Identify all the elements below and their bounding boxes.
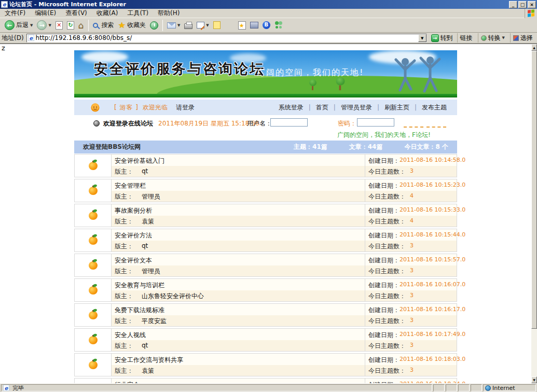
menu-item[interactable]: 帮助(H) [153,9,184,18]
orange-icon [89,311,98,319]
forum-title-link[interactable]: 安全工作交流与资料共享 [115,356,183,365]
today-topics-value: 3 [410,367,414,373]
forum-title-link[interactable]: 安全教育与培训栏 [115,281,164,290]
scroll-down-icon[interactable]: ▼ [531,376,537,383]
edit-button[interactable]: ▼ [195,21,211,29]
username-input[interactable] [270,118,308,127]
menu-item[interactable]: 编辑(E) [30,9,61,18]
forum-row: 安全评价基础入门 版主： qt 创建日期： 2011-08-16 10:14:5… [74,154,457,177]
favorites-button[interactable]: ★ 收藏夹 [116,20,148,30]
forum-title-link[interactable]: 安全管理栏 [115,181,146,190]
dashed-links[interactable] [404,125,446,128]
forum-icon-cell [75,254,112,276]
convert-button[interactable]: 转换 ▼ [478,33,507,43]
status-text: 完毕 [12,384,24,392]
scrollbar-thumb[interactable] [531,51,537,329]
select-label: 选择 [520,34,533,43]
bluetooth-button[interactable]: B [260,21,272,30]
moderator-name[interactable]: qt [142,167,148,175]
nav-link[interactable]: 刷新主页 [379,103,415,112]
maximize-button[interactable]: □ [518,1,527,8]
today-topics-label: 今日主题数： [368,217,406,226]
forum-title-link[interactable]: 免费下载法规标准 [115,306,164,315]
forum-row: 免费下载法规标准 版主： 平度安监 创建日期： 2011-08-16 10:16… [74,303,457,327]
forum-title-link[interactable]: 行业安全 [115,381,140,383]
stop-button[interactable]: ✕ [53,21,65,30]
print-button[interactable] [182,21,195,30]
messenger-button[interactable] [272,21,285,30]
toolbar: ← 后退 ▼ → ▼ ✕ ↻ ⌂ 搜索 ★ 收藏夹 ▼ ▼ B [0,18,537,33]
favorites-star-icon: ★ [118,21,126,30]
today-topics-value: 3 [410,317,414,324]
convert-dropdown-icon[interactable]: ▼ [502,36,505,40]
vertical-scrollbar[interactable]: ▲ ▼ [531,44,537,383]
forum-icon-cell [75,304,112,326]
home-button[interactable]: ⌂ [76,21,86,30]
back-dropdown-icon[interactable]: ▼ [30,23,33,27]
orange-icon [89,286,98,295]
forum-title-link[interactable]: 安全人视线 [115,331,146,340]
nav-link[interactable]: 系统登录 [273,103,309,112]
select-icon [513,35,519,41]
go-button[interactable]: → 转到 [430,34,455,43]
favorites-add-button[interactable] [236,21,248,30]
forum-row: 安全评价方法 版主： qt 创建日期： 2011-08-16 10:15:44.… [74,229,457,252]
forum-title-link[interactable]: 安全评价方法 [115,231,152,240]
today-topics-label: 今日主题数： [368,242,406,251]
forum-title-link[interactable]: 安全评价文本 [115,256,152,265]
address-url[interactable]: http://192.168.9.6:8080/bbs_s/ [36,34,418,41]
moderator-name[interactable]: 山东鲁轻安全评价中心 [142,292,204,301]
forum-title-link[interactable]: 安全评价基础入门 [115,157,164,165]
edit-dropdown-icon[interactable]: ▼ [206,23,209,27]
scroll-up-icon[interactable]: ▲ [531,44,537,51]
search-label: 搜索 [102,21,114,30]
minimize-button[interactable]: _ [509,1,517,8]
moderator-name[interactable]: qt [142,342,148,349]
close-button[interactable]: × [528,1,536,8]
forward-button[interactable]: → ▼ [35,20,53,31]
search-button[interactable]: 搜索 [91,20,116,30]
menu-item[interactable]: 文件(F) [0,9,30,18]
history-button[interactable] [148,21,160,30]
moderator-name[interactable]: qt [142,242,148,249]
moderator-name[interactable]: 平度安监 [142,317,167,326]
login-prompt-link[interactable]: 请登录 [176,103,195,112]
forum-meta-cell: 创建日期： 2011-08-16 10:15:44.0 今日主题数： 3 [365,229,457,251]
mail-dropdown-icon[interactable]: ▼ [177,23,180,27]
internet-zone-text: Internet [492,385,515,391]
nav-link[interactable]: 发布主题 [417,103,452,112]
media-button[interactable] [248,21,260,29]
refresh-button[interactable]: ↻ [65,21,76,30]
media-icon [250,22,258,29]
status-panel [458,384,470,391]
menu-item[interactable]: 查看(V) [61,9,92,18]
moderator-name[interactable]: 袁策 [142,217,154,226]
status-bar: e 完毕 Internet [0,383,537,392]
created-value: 2011-08-16 10:14:58.0 [400,157,465,163]
created-label: 创建日期： [368,281,400,290]
messenger-icon [274,21,283,29]
menu-item[interactable]: 收藏(A) [92,9,123,18]
nav-link[interactable]: 首页 [311,103,334,112]
select-button[interactable]: 选择 [510,33,535,43]
moderator-name[interactable]: 管理员 [142,267,160,276]
nav-link[interactable]: 管理员登录 [336,103,377,112]
note-button[interactable] [211,21,223,30]
forum-main-cell: 安全教育与培训栏 版主： 山东鲁轻安全评价中心 [112,279,365,301]
menu-item[interactable]: 工具(T) [122,9,153,18]
title-bar: e 论坛首页 - Microsoft Internet Explorer _ □… [0,0,537,9]
created-value: 2011-08-16 10:15:33.0 [400,206,465,213]
address-dropdown-icon[interactable]: ▼ [418,34,426,42]
forward-dropdown-icon[interactable]: ▼ [48,23,51,27]
links-button[interactable]: 链接 [457,33,475,43]
created-label: 创建日期： [368,356,400,365]
orange-icon [89,212,98,220]
back-button[interactable]: ← 后退 ▼ [3,20,35,31]
address-input[interactable]: e http://192.168.9.6:8080/bbs_s/ ▼ [26,34,427,43]
moderator-name[interactable]: 袁策 [142,367,154,375]
site-banner: 安全评价服务与咨询论坛 广阔的空间，我们的天地! [74,50,457,97]
moderator-name[interactable]: 管理员 [142,192,160,201]
password-input[interactable] [357,118,394,127]
forum-title-link[interactable]: 事故案例分析 [115,206,152,215]
mail-button[interactable]: ▼ [165,22,182,29]
